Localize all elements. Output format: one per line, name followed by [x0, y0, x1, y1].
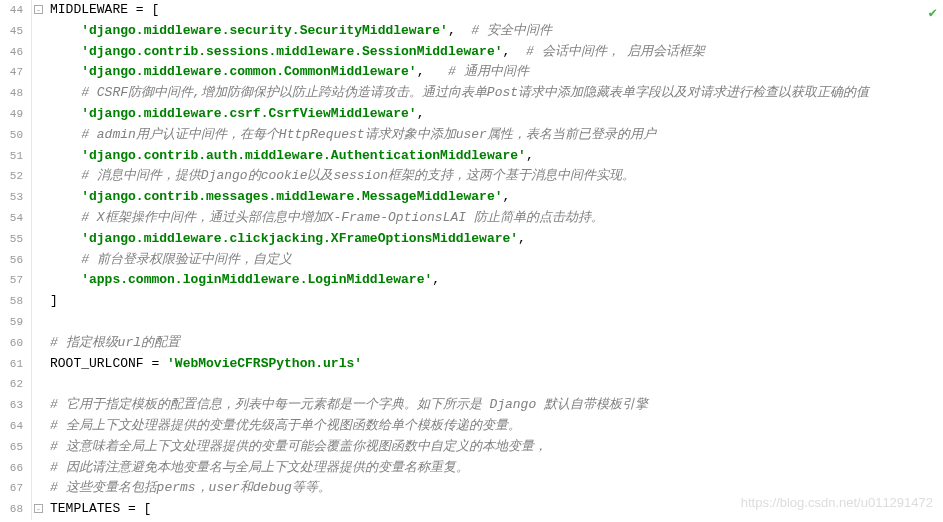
code-line[interactable]: # 它用于指定模板的配置信息，列表中每一元素都是一个字典。如下所示是 Djang… — [50, 395, 943, 416]
line-number: 44 — [4, 0, 23, 21]
line-number: 53 — [4, 187, 23, 208]
code-line[interactable]: 'apps.common.loginMiddleware.LoginMiddle… — [50, 270, 943, 291]
line-number: 61 — [4, 354, 23, 375]
code-editor[interactable]: ✔ 44454647484950515253545556575859606162… — [0, 0, 943, 520]
comment: # 这意味着全局上下文处理器提供的变量可能会覆盖你视图函数中自定义的本地变量， — [50, 439, 547, 454]
code-token: , — [432, 272, 440, 287]
comment: # 这些变量名包括perms，user和debug等等。 — [50, 480, 331, 495]
identifier: TEMPLATES — [50, 501, 128, 516]
code-line[interactable]: 'django.contrib.messages.middleware.Mess… — [50, 187, 943, 208]
comment: # CSRF防御中间件,增加防御保护以防止跨站伪造请攻击。通过向表单Post请求… — [81, 85, 869, 100]
code-token: , — [503, 44, 526, 59]
line-number: 47 — [4, 62, 23, 83]
code-line[interactable]: TEMPLATES = [ — [50, 499, 943, 520]
comment: # 安全中间件 — [471, 23, 552, 38]
line-number: 57 — [4, 270, 23, 291]
code-token: , — [417, 64, 448, 79]
line-number: 60 — [4, 333, 23, 354]
code-token — [50, 23, 81, 38]
identifier: ROOT_URLCONF — [50, 356, 151, 371]
code-token — [50, 85, 81, 100]
comment: # 它用于指定模板的配置信息，列表中每一元素都是一个字典。如下所示是 Djang… — [50, 397, 648, 412]
comment: # 指定根级url的配置 — [50, 335, 180, 350]
code-line[interactable]: # 前台登录权限验证中间件，自定义 — [50, 250, 943, 271]
code-line[interactable]: 'django.middleware.clickjacking.XFrameOp… — [50, 229, 943, 250]
comment: # 前台登录权限验证中间件，自定义 — [81, 252, 292, 267]
string-literal: 'WebMovieCFRSPython.urls' — [167, 356, 362, 371]
code-line[interactable]: # CSRF防御中间件,增加防御保护以防止跨站伪造请攻击。通过向表单Post请求… — [50, 83, 943, 104]
line-number: 51 — [4, 146, 23, 167]
fold-toggle-icon[interactable]: - — [34, 5, 43, 14]
code-line[interactable]: ROOT_URLCONF = 'WebMovieCFRSPython.urls' — [50, 354, 943, 375]
code-line[interactable]: # 全局上下文处理器提供的变量优先级高于单个视图函数给单个模板传递的变量。 — [50, 416, 943, 437]
code-line[interactable]: # X框架操作中间件，通过头部信息中增加X-Frame-OptionsLAI 防… — [50, 208, 943, 229]
code-token — [50, 127, 81, 142]
code-line[interactable]: # 因此请注意避免本地变量名与全局上下文处理器提供的变量名称重复。 — [50, 458, 943, 479]
code-token: , — [448, 23, 471, 38]
string-literal: 'django.middleware.common.CommonMiddlewa… — [81, 64, 416, 79]
code-token: , — [518, 231, 526, 246]
comment: # 会话中间件， 启用会话框架 — [526, 44, 705, 59]
string-literal: 'django.middleware.security.SecurityMidd… — [81, 23, 448, 38]
fold-gutter: -- — [32, 0, 46, 520]
code-content[interactable]: MIDDLEWARE = [ 'django.middleware.securi… — [46, 0, 943, 520]
code-line[interactable]: # 指定根级url的配置 — [50, 333, 943, 354]
code-line[interactable]: 'django.middleware.common.CommonMiddlewa… — [50, 62, 943, 83]
code-line[interactable]: MIDDLEWARE = [ — [50, 0, 943, 21]
code-token: , — [503, 189, 511, 204]
code-line[interactable]: 'django.middleware.security.SecurityMidd… — [50, 21, 943, 42]
line-number: 46 — [4, 42, 23, 63]
code-line[interactable] — [50, 312, 943, 333]
line-number: 67 — [4, 478, 23, 499]
code-token — [50, 106, 81, 121]
code-line[interactable]: # 这些变量名包括perms，user和debug等等。 — [50, 478, 943, 499]
code-token: = — [151, 356, 167, 371]
line-number: 63 — [4, 395, 23, 416]
line-number: 64 — [4, 416, 23, 437]
code-token — [50, 231, 81, 246]
code-token: ] — [50, 293, 58, 308]
code-token: = [ — [128, 501, 151, 516]
code-token — [50, 64, 81, 79]
line-number: 48 — [4, 83, 23, 104]
comment: # admin用户认证中间件，在每个HttpRequest请求对象中添加user… — [81, 127, 656, 142]
code-line[interactable]: # 消息中间件，提供Django的cookie以及session框架的支持，这两… — [50, 166, 943, 187]
line-number: 68 — [4, 499, 23, 520]
string-literal: 'django.middleware.csrf.CsrfViewMiddlewa… — [81, 106, 416, 121]
line-number: 54 — [4, 208, 23, 229]
code-token — [50, 168, 81, 183]
code-token — [50, 44, 81, 59]
string-literal: 'django.contrib.auth.middleware.Authenti… — [81, 148, 526, 163]
code-token: = [ — [136, 2, 159, 17]
code-token — [50, 148, 81, 163]
identifier: MIDDLEWARE — [50, 2, 136, 17]
code-line[interactable]: ] — [50, 291, 943, 312]
comment: # 通用中间件 — [448, 64, 529, 79]
code-token — [50, 189, 81, 204]
comment: # X框架操作中间件，通过头部信息中增加X-Frame-OptionsLAI 防… — [81, 210, 604, 225]
fold-toggle-icon[interactable]: - — [34, 504, 43, 513]
comment: # 消息中间件，提供Django的cookie以及session框架的支持，这两… — [81, 168, 635, 183]
check-icon: ✔ — [929, 2, 937, 24]
fold-end-icon — [34, 296, 43, 305]
code-line[interactable]: # 这意味着全局上下文处理器提供的变量可能会覆盖你视图函数中自定义的本地变量， — [50, 437, 943, 458]
code-token: , — [417, 106, 425, 121]
line-number: 58 — [4, 291, 23, 312]
code-line[interactable]: 'django.contrib.auth.middleware.Authenti… — [50, 146, 943, 167]
code-line[interactable]: # admin用户认证中间件，在每个HttpRequest请求对象中添加user… — [50, 125, 943, 146]
line-number: 56 — [4, 250, 23, 271]
line-number-gutter: 4445464748495051525354555657585960616263… — [0, 0, 32, 520]
code-line[interactable]: 'django.middleware.csrf.CsrfViewMiddlewa… — [50, 104, 943, 125]
line-number: 65 — [4, 437, 23, 458]
code-line[interactable] — [50, 374, 943, 395]
code-line[interactable]: 'django.contrib.sessions.middleware.Sess… — [50, 42, 943, 63]
comment: # 因此请注意避免本地变量名与全局上下文处理器提供的变量名称重复。 — [50, 460, 469, 475]
line-number: 62 — [4, 374, 23, 395]
code-token — [50, 252, 81, 267]
code-token — [50, 210, 81, 225]
line-number: 45 — [4, 21, 23, 42]
code-token — [50, 272, 81, 287]
line-number: 59 — [4, 312, 23, 333]
string-literal: 'django.contrib.messages.middleware.Mess… — [81, 189, 502, 204]
string-literal: 'apps.common.loginMiddleware.LoginMiddle… — [81, 272, 432, 287]
